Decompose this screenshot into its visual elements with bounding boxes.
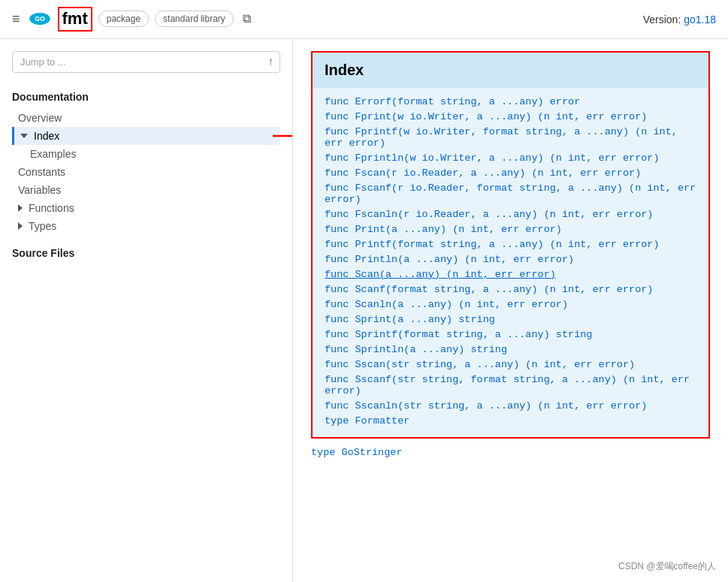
package-badge[interactable]: package <box>98 11 149 27</box>
header-left: ≡ GO fmt package standard library ⧉ <box>12 7 643 31</box>
sidebar-section-source: Source Files <box>0 247 292 259</box>
copy-icon[interactable]: ⧉ <box>243 12 251 26</box>
index-link-item[interactable]: func Scanf(format string, a ...any) (n i… <box>325 282 696 297</box>
package-name: fmt <box>58 7 92 31</box>
sidebar-section-docs: Documentation Overview Index Examples <box>0 91 292 235</box>
index-link-item[interactable]: func Sscanln(str string, a ...any) (n in… <box>325 398 696 413</box>
index-label: Index <box>34 130 59 142</box>
index-link-item[interactable]: func Println(a ...any) (n int, err error… <box>325 252 696 267</box>
sidebar-item-types[interactable]: Types <box>12 217 280 235</box>
examples-label: Examples <box>30 148 76 160</box>
constants-label: Constants <box>18 166 65 178</box>
content-footer: type GoStringer <box>311 445 710 460</box>
sidebar-item-functions[interactable]: Functions <box>12 199 280 217</box>
index-link-list: func Errorf(format string, a ...any) err… <box>313 88 708 437</box>
sidebar-item-variables[interactable]: Variables <box>12 181 280 199</box>
jump-to-placeholder: Jump to ... <box>20 56 66 68</box>
jump-to-shortcut: f <box>270 57 272 68</box>
svg-text:GO: GO <box>35 16 45 23</box>
index-link-item[interactable]: func Sscanf(str string, format string, a… <box>325 372 696 398</box>
arrow-container: Index <box>12 127 280 145</box>
sidebar-item-constants[interactable]: Constants <box>12 163 280 181</box>
index-link-item[interactable]: func Fscanln(r io.Reader, a ...any) (n i… <box>325 207 696 222</box>
index-link-item[interactable]: func Print(a ...any) (n int, err error) <box>325 222 696 237</box>
types-label: Types <box>29 220 56 232</box>
annotation-arrow <box>273 127 293 145</box>
functions-triangle-icon <box>18 204 23 212</box>
index-link-item[interactable]: func Scanln(a ...any) (n int, err error) <box>325 297 696 312</box>
version-label: Version: <box>643 14 681 26</box>
sidebar: Jump to ... f Documentation Overview Ind… <box>0 39 293 582</box>
index-link-item[interactable]: func Fscanf(r io.Reader, format string, … <box>325 180 696 207</box>
types-triangle-icon <box>18 222 23 230</box>
watermark: CSDN @爱喝coffee的人 <box>618 560 716 573</box>
stdlib-badge[interactable]: standard library <box>155 11 234 27</box>
index-panel: Index func Errorf(format string, a ...an… <box>311 51 710 439</box>
index-link-item[interactable]: func Sprintln(a ...any) string <box>325 342 696 357</box>
jump-to-container: Jump to ... f <box>0 51 292 85</box>
index-link-item[interactable]: func Fprintf(w io.Writer, format string,… <box>325 124 696 150</box>
version-info: Version: go1.18 <box>643 14 716 26</box>
content-area: Index func Errorf(format string, a ...an… <box>293 39 728 582</box>
header: ≡ GO fmt package standard library ⧉ Vers… <box>0 0 728 39</box>
jump-to-input[interactable]: Jump to ... f <box>12 51 280 73</box>
variables-label: Variables <box>18 184 61 196</box>
index-link-item[interactable]: func Printf(format string, a ...any) (n … <box>325 237 696 252</box>
index-link-item[interactable]: func Fscan(r io.Reader, a ...any) (n int… <box>325 165 696 180</box>
index-link-item[interactable]: func Errorf(format string, a ...any) err… <box>325 94 696 109</box>
version-link[interactable]: go1.18 <box>684 14 716 26</box>
index-link-item[interactable]: type Formatter <box>325 413 696 428</box>
documentation-title: Documentation <box>12 91 280 103</box>
sidebar-item-index[interactable]: Index <box>12 127 280 145</box>
index-link-item[interactable]: func Scan(a ...any) (n int, err error) <box>325 267 696 282</box>
sidebar-item-overview[interactable]: Overview <box>12 109 280 127</box>
index-triangle-down-icon <box>20 134 28 138</box>
index-link-item[interactable]: func Fprintln(w io.Writer, a ...any) (n … <box>325 150 696 165</box>
source-files-title: Source Files <box>12 247 280 259</box>
index-link-item[interactable]: func Fprint(w io.Writer, a ...any) (n in… <box>325 109 696 124</box>
main-layout: Jump to ... f Documentation Overview Ind… <box>0 39 728 582</box>
sidebar-item-examples[interactable]: Examples <box>12 145 280 163</box>
go-gopher-icon: GO <box>28 11 52 26</box>
index-panel-header: Index <box>313 53 708 88</box>
overview-label: Overview <box>18 112 62 124</box>
index-link-item[interactable]: func Sprint(a ...any) string <box>325 312 696 327</box>
footer-link-item[interactable]: type GoStringer <box>311 445 710 460</box>
go-logo: ≡ GO <box>12 11 52 27</box>
index-link-item[interactable]: func Sprintf(format string, a ...any) st… <box>325 327 696 342</box>
functions-label: Functions <box>29 202 74 214</box>
menu-icon[interactable]: ≡ <box>12 11 20 27</box>
index-link-item[interactable]: func Sscan(str string, a ...any) (n int,… <box>325 357 696 372</box>
